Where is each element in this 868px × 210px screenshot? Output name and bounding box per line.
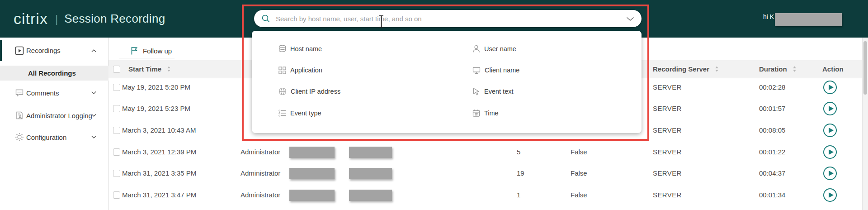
search-icon [261, 14, 270, 23]
row-checkbox[interactable] [113, 170, 120, 177]
cell-duration: 00:04:37 [759, 162, 785, 184]
dropdown-item-label: User name [484, 45, 516, 52]
row-checkbox[interactable] [113, 105, 120, 112]
play-button[interactable] [823, 102, 837, 115]
play-button[interactable] [823, 167, 837, 180]
session-recording-app: citrix | Session Recording hi K Recordin… [0, 0, 868, 210]
follow-up-button[interactable]: Follow up [130, 43, 172, 58]
chevron-down-icon[interactable] [91, 114, 96, 117]
follow-up-label: Follow up [143, 47, 172, 55]
chevron-down-icon[interactable] [91, 136, 96, 139]
product-title: Session Recording [64, 12, 165, 26]
redacted-username [775, 13, 842, 26]
cell-user: Administrator [241, 141, 280, 163]
brand-divider: | [55, 13, 58, 25]
cell-recording-server: SERVER [653, 162, 682, 184]
application-icon [278, 67, 286, 74]
dropdown-item-label: Event type [290, 110, 321, 117]
user-greeting[interactable]: hi K [763, 13, 774, 20]
sidebar-item-recordings[interactable]: Recordings [0, 40, 108, 61]
select-all-checkbox[interactable] [113, 66, 120, 73]
cell-duration: 00:01:22 [759, 141, 785, 163]
cell-start-time: March 31, 2021 3:35 PM [122, 162, 196, 184]
table-row[interactable]: March 31, 2021 3:47 PM Administrator 1 F… [108, 184, 868, 206]
play-button[interactable] [823, 188, 837, 202]
play-icon [829, 149, 834, 155]
sidebar-item-all-recordings[interactable]: All Recordings [0, 66, 108, 81]
redacted-value [349, 168, 392, 179]
play-button[interactable] [823, 124, 837, 137]
cell-recording-server: SERVER [653, 119, 682, 141]
row-checkbox[interactable] [113, 84, 120, 91]
sidebar-nav: Recordings All Recordings Comments Admin… [0, 38, 108, 210]
dropdown-item-application[interactable]: Application [278, 66, 322, 75]
scrollbar-thumb[interactable] [863, 41, 867, 95]
column-header-start-time[interactable]: Start Time [128, 60, 171, 78]
column-header-recording-server[interactable]: Recording Server [653, 60, 719, 78]
sidebar-item-comments[interactable]: Comments [0, 85, 108, 100]
dropdown-item-label: Time [484, 110, 499, 117]
cell-flag-value: False [571, 141, 587, 163]
cell-duration: 00:01:57 [759, 98, 785, 119]
dropdown-item-client-ip-address[interactable]: Client IP address [278, 87, 340, 96]
dropdown-item-label: Event text [484, 88, 513, 95]
dropdown-item-event-type[interactable]: Event type [278, 109, 321, 118]
sidebar-item-label: Recordings [26, 47, 61, 54]
column-label: Action [822, 65, 844, 73]
play-icon [829, 192, 834, 198]
column-header-duration[interactable]: Duration [759, 60, 797, 78]
play-icon [829, 128, 834, 133]
event-type-icon [278, 110, 286, 117]
play-button[interactable] [823, 145, 837, 159]
cell-recording-server: SERVER [653, 98, 682, 119]
sidebar-item-label: Comments [26, 89, 59, 97]
search-chevron-down-icon[interactable] [626, 17, 634, 21]
search-bar [254, 10, 642, 27]
sidebar-item-label: Configuration [26, 134, 66, 141]
sidebar-item-administrator-logging[interactable]: Administrator Logging [0, 108, 108, 123]
search-input[interactable] [276, 10, 610, 27]
dropdown-item-label: Client IP address [291, 88, 340, 95]
dropdown-item-label: Host name [290, 45, 322, 52]
row-checkbox[interactable] [113, 127, 120, 134]
dropdown-item-user-name[interactable]: User name [472, 44, 516, 53]
chevron-up-icon[interactable] [91, 49, 96, 52]
sidebar-item-configuration[interactable]: Configuration [0, 129, 108, 145]
column-label: Start Time [128, 65, 161, 73]
comments-icon [15, 88, 24, 97]
chevron-down-icon[interactable] [91, 91, 96, 95]
play-button[interactable] [823, 81, 837, 94]
cell-start-time: March 3, 2021 12:39 PM [122, 141, 196, 163]
active-accent-bar [0, 40, 2, 61]
sort-icon[interactable] [793, 66, 797, 72]
client-name-icon [472, 67, 481, 74]
dropdown-item-label: Application [290, 67, 322, 74]
cell-flag-value: False [571, 162, 587, 184]
cell-start-time: May 19, 2021 5:23 PM [122, 98, 190, 119]
row-checkbox[interactable] [113, 148, 120, 156]
dropdown-item-host-name[interactable]: Host name [278, 44, 322, 53]
time-icon [472, 109, 480, 117]
user-name-icon [472, 45, 480, 53]
dropdown-item-time[interactable]: Time [472, 109, 499, 118]
table-row-partial [108, 206, 868, 210]
play-icon [829, 171, 834, 176]
table-row[interactable]: March 31, 2021 3:35 PM Administrator 19 … [108, 162, 868, 184]
administrator-logging-icon [15, 111, 24, 120]
sort-icon[interactable] [715, 66, 719, 72]
dropdown-item-client-name[interactable]: Client name [472, 66, 519, 75]
redacted-value [289, 147, 335, 158]
sort-icon[interactable] [167, 66, 171, 72]
recordings-icon [15, 46, 24, 55]
vertical-scrollbar[interactable] [862, 38, 868, 210]
cell-recording-server: SERVER [653, 141, 682, 163]
cell-start-time: May 19, 2021 5:20 PM [122, 76, 190, 98]
cell-duration: 00:02:28 [759, 76, 785, 98]
search-filter-dropdown: Host name Application Client IP address … [252, 31, 642, 133]
dropdown-item-event-text[interactable]: Event text [472, 87, 513, 96]
redacted-value [349, 147, 392, 158]
cell-start-time: March 31, 2021 3:47 PM [122, 184, 196, 206]
table-row[interactable]: March 3, 2021 12:39 PM Administrator 5 F… [108, 141, 868, 163]
host-name-icon [278, 45, 286, 53]
row-checkbox[interactable] [113, 191, 120, 199]
